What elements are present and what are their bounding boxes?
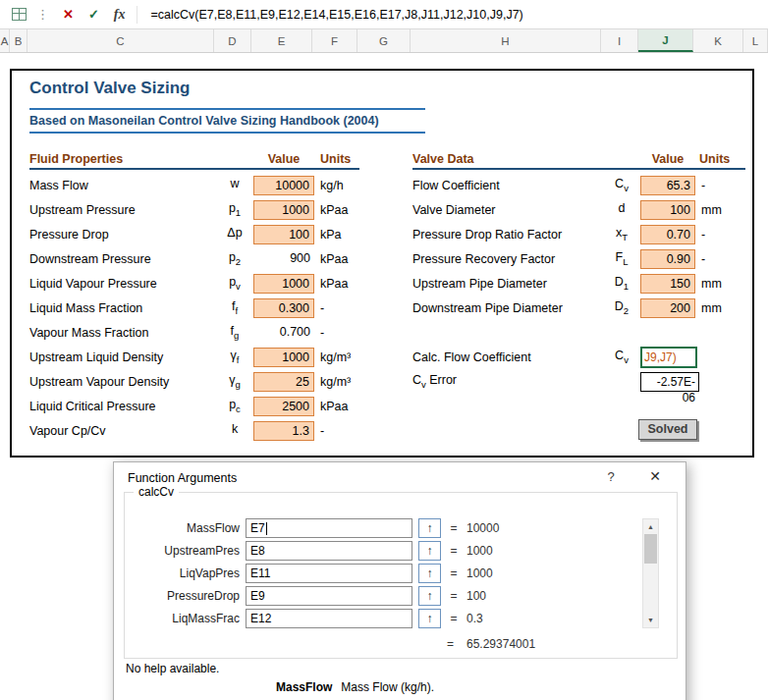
formula-input[interactable]: =calcCv(E7,E8,E11,E9,E12,E14,E15,E16,E17… (150, 8, 522, 22)
property-label: Valve Diameter (412, 203, 603, 217)
formula-bar: ⋮ ✕ ✓ fx =calcCv(E7,E8,E11,E9,E12,E14,E1… (0, 0, 768, 29)
divider (29, 108, 425, 110)
value-cell[interactable]: 0.300 (253, 298, 314, 318)
value-cell[interactable]: 1.3 (253, 421, 314, 441)
column-headers: A B C D E F G H I J K L (0, 29, 768, 53)
argument-row: LiqVapPres E11 ↑ = 1000 (126, 564, 646, 583)
page-subtitle: Based on Masoneilan Control Valve Sizing… (29, 114, 379, 128)
argument-row: MassFlow E7 ↑ = 10000 (126, 518, 646, 538)
valve-data-header: Valve Data (412, 152, 474, 166)
property-symbol: FL (603, 250, 640, 267)
table-row: Valve Diameter d 100 mm (412, 197, 744, 222)
scrollbar-thumb[interactable] (644, 534, 657, 564)
collapse-dialog-icon[interactable]: ↑ (418, 518, 441, 538)
property-symbol: Δp (216, 226, 253, 242)
property-symbol: fg (216, 324, 253, 341)
equals-sign: = (447, 544, 461, 558)
value-cell[interactable]: 2500 (253, 397, 314, 416)
value-cell[interactable]: 0.90 (640, 249, 695, 269)
argument-input[interactable]: E9 (246, 586, 412, 606)
property-symbol: γf (216, 349, 253, 365)
table-row: Liquid Critical Pressure pc 2500 kPaa (29, 394, 379, 418)
collapse-dialog-icon[interactable]: ↑ (418, 586, 441, 606)
column-header-h[interactable]: H (411, 29, 601, 52)
calculated-value-cell[interactable]: 900 (253, 249, 314, 269)
argument-input[interactable]: E11 (246, 564, 412, 583)
close-icon[interactable]: ✕ (643, 468, 667, 484)
property-symbol: k (216, 422, 253, 439)
property-label: Liquid Critical Pressure (29, 400, 216, 413)
argument-input[interactable]: E7 (246, 518, 412, 538)
property-label: Vapour Mass Fraction (29, 326, 216, 340)
unit-label: kPaa (314, 203, 379, 217)
argument-input[interactable]: E12 (246, 609, 412, 628)
value-cell[interactable]: 200 (640, 298, 695, 318)
argument-name: LiqMassFrac (126, 612, 240, 625)
unit-label: - (695, 179, 744, 192)
property-label: Liquid Vapour Pressure (29, 277, 216, 291)
column-header-j-selected[interactable]: J (638, 29, 693, 52)
property-label: Downstream Pipe Diameter (412, 301, 603, 315)
column-header-c[interactable]: C (27, 29, 214, 52)
property-symbol: w (216, 177, 253, 193)
cancel-icon[interactable]: ✕ (63, 7, 74, 22)
property-symbol: xT (603, 226, 640, 242)
units-column-header: Units (699, 152, 730, 166)
value-cell[interactable]: 1000 (253, 200, 314, 220)
column-header-f[interactable]: F (312, 29, 357, 52)
table-row: Vapour Cp/Cv k 1.3 - (29, 418, 379, 443)
column-header-g[interactable]: G (357, 29, 411, 52)
collapse-dialog-icon[interactable]: ↑ (418, 564, 441, 583)
error-value-cell[interactable]: -2.57E-06 (640, 372, 699, 392)
valve-sizing-panel: Control Valve Sizing Based on Masoneilan… (10, 69, 754, 458)
column-header-i[interactable]: I (601, 29, 638, 52)
active-formula-cell[interactable]: J9,J7) (640, 347, 697, 368)
value-cell[interactable]: 150 (640, 274, 695, 294)
column-header-b[interactable]: B (10, 29, 27, 52)
sheet-grid-icon[interactable] (12, 8, 27, 21)
argument-input[interactable]: E8 (246, 541, 412, 561)
page-title: Control Valve Sizing (29, 79, 190, 98)
collapse-dialog-icon[interactable]: ↑ (418, 541, 441, 561)
equals-sign: = (447, 637, 454, 651)
enter-icon[interactable]: ✓ (88, 7, 99, 22)
property-label: Pressure Recovery Factor (412, 252, 603, 266)
value-cell[interactable]: 65.3 (640, 176, 695, 195)
value-cell[interactable]: 0.70 (640, 225, 695, 244)
column-header-d[interactable]: D (214, 29, 251, 52)
property-label: Vapour Cp/Cv (29, 424, 216, 438)
column-header-k[interactable]: K (693, 29, 743, 52)
argument-row: UpstreamPres E8 ↑ = 1000 (126, 541, 646, 561)
column-header-a[interactable]: A (0, 29, 10, 52)
value-cell[interactable]: 100 (253, 225, 314, 244)
solved-button[interactable]: Solved (638, 419, 697, 440)
value-cell[interactable]: 25 (253, 372, 314, 392)
column-header-e[interactable]: E (251, 29, 312, 52)
unit-label: - (695, 252, 744, 266)
property-label: Upstream Pipe Diameter (412, 277, 603, 291)
value-cell[interactable]: 10000 (253, 176, 314, 195)
property-label: Flow Coefficient (412, 179, 603, 192)
insert-function-icon[interactable]: fx (114, 7, 126, 23)
text-cursor (266, 522, 267, 535)
help-icon[interactable]: ? (600, 469, 622, 484)
unit-label: - (314, 301, 379, 315)
unit-label: - (314, 424, 379, 438)
table-row: Liquid Vapour Pressure pv 1000 kPaa (29, 271, 379, 296)
units-column-header: Units (320, 152, 351, 166)
argument-description: MassFlow Mass Flow (kg/h). (276, 680, 434, 694)
column-header-l[interactable]: L (743, 29, 768, 52)
table-row: Upstream Vapour Density γg 25 kg/m³ (29, 369, 379, 394)
calculated-value-cell[interactable]: 0.700 (253, 323, 314, 343)
function-arguments-dialog: Function Arguments ? ✕ calcCv MassFlow E… (113, 461, 686, 700)
scroll-up-icon[interactable]: ▲ (643, 519, 658, 534)
collapse-dialog-icon[interactable]: ↑ (418, 609, 441, 628)
value-cell[interactable]: 100 (640, 200, 695, 220)
equals-sign: = (447, 612, 461, 625)
property-label: Upstream Vapour Density (29, 375, 216, 389)
scrollbar[interactable]: ▲ ▼ (642, 518, 659, 628)
property-symbol: D1 (603, 275, 640, 292)
value-cell[interactable]: 1000 (253, 274, 314, 294)
scroll-down-icon[interactable]: ▼ (643, 613, 658, 627)
value-cell[interactable]: 1000 (253, 348, 314, 367)
